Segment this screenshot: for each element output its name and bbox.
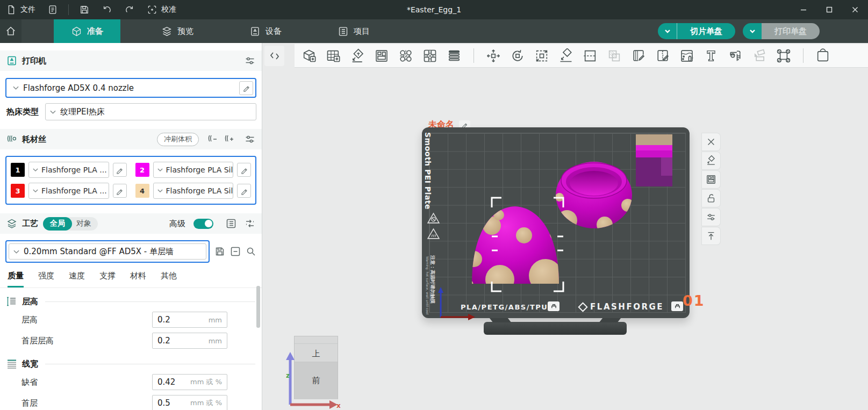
split-to-parts-icon[interactable] xyxy=(422,48,437,63)
tab-support[interactable]: 支撑 xyxy=(99,271,116,287)
titlebar: 文件 校准 *Easter_Egg_1 xyxy=(0,0,868,19)
maximize-button[interactable] xyxy=(816,0,842,19)
first-layer-line-width-input[interactable]: 0.5 mm 或 % xyxy=(152,395,227,410)
scope-global-tab[interactable]: 全局 xyxy=(43,217,72,231)
undo-button[interactable] xyxy=(96,0,118,19)
param-label: 首层 xyxy=(21,398,152,408)
lay-on-face-icon[interactable] xyxy=(558,48,573,63)
remove-filament-button[interactable] xyxy=(207,134,219,145)
text-tool-icon[interactable] xyxy=(704,48,719,63)
arrange-plate-button[interactable] xyxy=(702,171,720,188)
print-plate-button[interactable]: 打印单盘 xyxy=(762,23,820,39)
add-filament-button[interactable] xyxy=(224,134,235,145)
filament-2-swatch[interactable]: 2 xyxy=(135,163,149,177)
measure-icon[interactable] xyxy=(728,48,743,63)
close-button[interactable] xyxy=(842,0,868,19)
seam-paint-icon[interactable] xyxy=(655,48,670,63)
add-plate-icon[interactable] xyxy=(326,48,341,63)
wipe-tower[interactable] xyxy=(636,134,672,186)
color-paint-icon[interactable] xyxy=(679,48,694,63)
model-egg-bottom[interactable] xyxy=(463,206,564,294)
tab-quality[interactable]: 质量 xyxy=(8,271,24,287)
lock-plate-button[interactable] xyxy=(702,190,720,207)
assembly-icon[interactable] xyxy=(752,48,767,63)
scrollbar-thumb[interactable] xyxy=(256,286,260,328)
flush-volume-button[interactable]: 冲刷体积 xyxy=(157,133,199,146)
param-row-layer-height: 层高 0.2 mm xyxy=(21,312,255,328)
move-icon[interactable] xyxy=(486,48,501,63)
filament-3-dropdown[interactable]: Flashforge PLA ... xyxy=(28,183,109,199)
variable-layer-height-icon[interactable] xyxy=(447,48,462,63)
default-line-width-input[interactable]: 0.42 mm 或 % xyxy=(152,374,227,390)
rotate-icon[interactable] xyxy=(510,48,525,63)
auto-orient-icon[interactable] xyxy=(350,48,365,63)
filament-4-dropdown[interactable]: Flashforge PLA Sil... xyxy=(153,183,234,199)
filament-4-edit-button[interactable] xyxy=(237,184,251,198)
notes-button[interactable] xyxy=(41,0,64,19)
filament-3-edit-button[interactable] xyxy=(113,184,127,198)
slice-options-button[interactable] xyxy=(658,23,677,39)
filament-1-edit-button[interactable] xyxy=(113,163,127,177)
redo-button[interactable] xyxy=(118,0,141,19)
remove-preset-button[interactable] xyxy=(230,246,241,257)
process-preset-dropdown[interactable]: 0.20mm Standard @FF AD5X - 单层墙 xyxy=(9,243,206,260)
chevron-down-icon xyxy=(157,167,163,172)
parameter-list-button[interactable] xyxy=(226,218,236,229)
printer-settings-button[interactable] xyxy=(245,55,255,66)
tab-speed[interactable]: 速度 xyxy=(69,271,85,287)
file-menu-button[interactable]: 文件 xyxy=(0,0,41,19)
plate-settings-button[interactable] xyxy=(702,208,720,226)
home-button[interactable] xyxy=(0,19,21,43)
support-paint-icon[interactable] xyxy=(631,48,646,63)
close-icon xyxy=(851,6,859,13)
calibrate-button[interactable]: 校准 xyxy=(141,0,182,19)
printer-edit-button[interactable] xyxy=(239,81,253,95)
tab-preview[interactable]: 预览 xyxy=(146,19,209,43)
filament-settings-button[interactable] xyxy=(245,134,255,145)
tab-others[interactable]: 其他 xyxy=(161,271,177,287)
tab-prepare[interactable]: 准备 xyxy=(54,19,120,43)
add-model-icon[interactable] xyxy=(302,48,317,63)
first-layer-height-input[interactable]: 0.2 mm xyxy=(152,333,227,349)
minimize-button[interactable] xyxy=(791,0,816,19)
panel-scrollbar[interactable] xyxy=(256,286,260,408)
delete-plate-button[interactable] xyxy=(702,133,720,150)
scale-icon[interactable] xyxy=(534,48,549,63)
save-preset-button[interactable] xyxy=(214,246,225,257)
arrange-icon[interactable] xyxy=(374,48,389,63)
filament-4-swatch[interactable]: 4 xyxy=(135,184,149,198)
mesh-boolean-icon[interactable] xyxy=(607,48,622,63)
filament-1-dropdown[interactable]: Flashforge PLA ... xyxy=(28,162,109,178)
scope-object-tab[interactable]: 对象 xyxy=(72,219,98,228)
layer-height-input[interactable]: 0.2 mm xyxy=(152,312,227,328)
tab-strength[interactable]: 强度 xyxy=(38,271,54,287)
filament-2-edit-button[interactable] xyxy=(237,163,251,177)
collapse-panel-button[interactable] xyxy=(264,46,284,66)
gizmo-axes xyxy=(284,348,346,410)
print-options-button[interactable] xyxy=(743,23,762,39)
search-parameters-button[interactable] xyxy=(246,246,256,257)
tab-device[interactable]: 设备 xyxy=(234,19,297,43)
printer-preset-dropdown[interactable]: Flashforge AD5X 0.4 nozzle xyxy=(9,81,236,95)
advanced-toggle[interactable] xyxy=(193,219,213,229)
tab-project[interactable]: 项目 xyxy=(322,19,385,43)
viewport-3d[interactable]: 未命名 Smooth PEI Plate 注意：高温时请勿触摸 Warning:… xyxy=(262,43,868,410)
filament-3-swatch[interactable]: 3 xyxy=(11,184,25,198)
filament-2-dropdown[interactable]: Flashforge PLA Sil... xyxy=(153,162,234,178)
save-button[interactable] xyxy=(73,0,96,19)
filament-1-swatch[interactable]: 1 xyxy=(11,163,25,177)
cut-icon[interactable] xyxy=(583,48,598,63)
compare-presets-button[interactable] xyxy=(245,218,255,229)
slice-plate-button[interactable]: 切片单盘 xyxy=(677,23,735,39)
tab-material[interactable]: 材料 xyxy=(130,271,146,287)
model-egg-top[interactable] xyxy=(555,162,634,233)
move-to-front-button[interactable] xyxy=(702,227,720,244)
process-preset-row: 0.20mm Standard @FF AD5X - 单层墙 xyxy=(5,240,256,263)
fixture-icon[interactable] xyxy=(776,48,791,63)
split-to-objects-icon[interactable] xyxy=(398,48,413,63)
clone-icon[interactable] xyxy=(815,48,830,63)
calibrate-icon xyxy=(147,4,157,15)
minimize-icon xyxy=(800,6,807,13)
auto-orient-plate-button[interactable] xyxy=(702,152,720,169)
bed-type-dropdown[interactable]: 纹理PEI热床 xyxy=(45,103,256,120)
